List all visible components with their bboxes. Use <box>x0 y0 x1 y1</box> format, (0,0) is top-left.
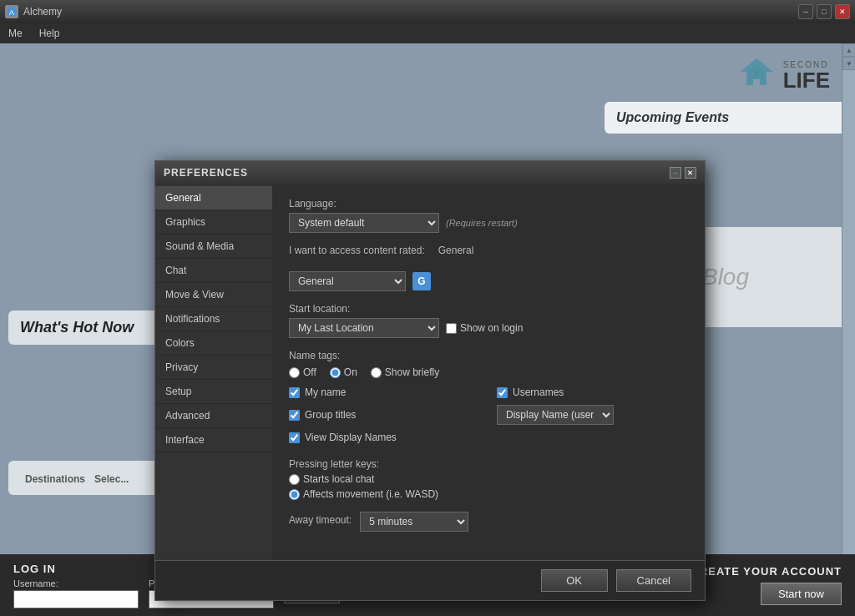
starts-local-chat-text: Starts local chat <box>303 473 374 485</box>
away-timeout-label: Away timeout: <box>289 514 352 526</box>
whats-hot-label: What's Hot Now <box>20 319 134 336</box>
general-preferences-content: Language: System default (Requires resta… <box>272 184 705 560</box>
radio-off[interactable] <box>289 367 300 378</box>
radio-show-briefly-label: Show briefly <box>371 366 439 378</box>
minimize-button[interactable]: ─ <box>798 4 813 19</box>
radio-off-text: Off <box>303 366 316 378</box>
app-title: Alchemy <box>23 6 62 18</box>
name-tags-label: Name tags: <box>289 350 688 361</box>
my-name-label: My name <box>305 386 346 398</box>
content-rated-select[interactable]: General <box>289 271 406 291</box>
nav-graphics[interactable]: Graphics <box>155 210 272 235</box>
main-content: SECOND LIFE Upcoming Events Blog What's … <box>0 43 855 616</box>
group-titles-row: Group titles <box>289 408 480 422</box>
nav-setup[interactable]: Setup <box>155 380 272 404</box>
nav-colors[interactable]: Colors <box>155 331 272 356</box>
radio-affects-movement[interactable] <box>289 489 300 500</box>
start-location-row: Start location: My Last Location Show on… <box>289 303 688 338</box>
nav-interface[interactable]: Interface <box>155 428 272 452</box>
language-label: Language: <box>289 198 688 210</box>
dialog-titlebar: PREFERENCES ─ ✕ <box>155 161 705 184</box>
view-display-names-label: View Display Names <box>305 432 397 443</box>
view-display-names-row: View Display Names <box>289 432 480 443</box>
language-row: Language: System default (Requires resta… <box>289 198 688 233</box>
affects-movement-text: Affects movement (i.e. WASD) <box>303 488 438 500</box>
sl-life: LIFE <box>783 69 830 91</box>
content-rated-row: I want to access content rated: General <box>289 245 688 260</box>
nav-advanced[interactable]: Advanced <box>155 404 272 428</box>
create-account-title: CREATE YOUR ACCOUNT <box>691 565 842 578</box>
away-timeout-select[interactable]: 5 minutes <box>360 512 468 532</box>
username-input[interactable] <box>13 590 139 608</box>
radio-on-label: On <box>330 366 357 378</box>
cancel-button[interactable]: Cancel <box>616 569 691 592</box>
dialog-title: PREFERENCES <box>164 167 248 179</box>
language-select[interactable]: System default <box>289 213 439 233</box>
display-name-select-row: Display Name (usern <box>497 405 688 425</box>
start-now-button[interactable]: Start now <box>761 583 842 605</box>
dialog-body: General Graphics Sound & Media Chat Move… <box>155 184 705 560</box>
pressing-keys-label: Pressing letter keys: <box>289 458 688 470</box>
away-timeout-row: Away timeout: 5 minutes <box>289 512 688 532</box>
pressing-keys-section: Pressing letter keys: Starts local chat … <box>289 458 688 500</box>
app-icon: A <box>5 5 18 18</box>
menu-bar: Me Help <box>0 23 855 43</box>
scroll-down-button[interactable]: ▼ <box>842 57 855 70</box>
show-on-login-label: Show on login <box>460 322 523 334</box>
start-location-select[interactable]: My Last Location <box>289 318 439 338</box>
radio-off-label: Off <box>289 366 316 378</box>
create-account-section: CREATE YOUR ACCOUNT Start now <box>691 565 842 605</box>
name-tags-grid: My name Usernames Group titles Di <box>289 383 688 447</box>
scroll-up-button[interactable]: ▲ <box>842 43 855 57</box>
sl-branding: SECOND LIFE <box>736 55 830 95</box>
close-button[interactable]: ✕ <box>835 4 850 19</box>
dialog-close-button[interactable]: ✕ <box>685 167 696 179</box>
nav-privacy[interactable]: Privacy <box>155 356 272 380</box>
destinations-label: Destinations <box>25 473 85 485</box>
dialog-minimize-button[interactable]: ─ <box>670 167 681 179</box>
ok-button[interactable]: OK <box>541 569 608 592</box>
group-titles-label: Group titles <box>305 409 356 421</box>
my-name-row: My name <box>289 386 480 398</box>
nav-notifications[interactable]: Notifications <box>155 307 272 331</box>
svg-text:A: A <box>9 8 14 17</box>
menu-me[interactable]: Me <box>5 26 26 41</box>
menu-help[interactable]: Help <box>36 26 63 41</box>
nav-move-view[interactable]: Move & View <box>155 283 272 307</box>
usernames-row: Usernames <box>497 386 688 398</box>
username-label: Username: <box>13 578 139 588</box>
usernames-checkbox[interactable] <box>497 387 508 398</box>
preferences-dialog: PREFERENCES ─ ✕ General Graphics Sound &… <box>154 160 706 601</box>
whats-hot-panel: What's Hot Now <box>8 311 175 345</box>
username-group: Username: <box>13 578 139 608</box>
upcoming-events-label: Upcoming Events <box>616 110 729 124</box>
my-name-checkbox[interactable] <box>289 387 300 398</box>
g-badge: G <box>412 272 431 290</box>
nav-general[interactable]: General <box>155 186 272 210</box>
maximize-button[interactable]: □ <box>817 4 832 19</box>
view-display-names-checkbox[interactable] <box>289 432 300 443</box>
group-titles-checkbox[interactable] <box>289 410 300 421</box>
starts-local-chat-label: Starts local chat <box>289 473 688 485</box>
content-rated-label: I want to access content rated: <box>289 245 425 256</box>
name-tags-section: Name tags: Off On Show briefly <box>289 350 688 447</box>
right-scrollbar[interactable]: ▲ ▼ <box>842 43 855 616</box>
start-location-label: Start location: <box>289 303 688 315</box>
show-on-login-checkbox[interactable] <box>446 323 457 334</box>
display-name-select[interactable]: Display Name (usern <box>497 405 614 425</box>
nav-sound-media[interactable]: Sound & Media <box>155 235 272 259</box>
radio-starts-local-chat[interactable] <box>289 474 300 485</box>
preferences-nav: General Graphics Sound & Media Chat Move… <box>155 184 272 560</box>
svg-point-3 <box>754 71 759 76</box>
language-note: (Requires restart) <box>446 218 518 228</box>
radio-on-text: On <box>344 366 357 378</box>
show-on-login-row: Show on login <box>446 322 523 334</box>
usernames-label: Usernames <box>513 386 564 398</box>
dialog-footer: OK Cancel <box>155 560 705 600</box>
radio-show-briefly[interactable] <box>371 367 382 378</box>
radio-on[interactable] <box>330 367 341 378</box>
nav-chat[interactable]: Chat <box>155 259 272 283</box>
title-bar: A Alchemy ─ □ ✕ <box>0 0 855 23</box>
affects-movement-label: Affects movement (i.e. WASD) <box>289 488 688 500</box>
blog-label: Blog <box>702 264 749 290</box>
